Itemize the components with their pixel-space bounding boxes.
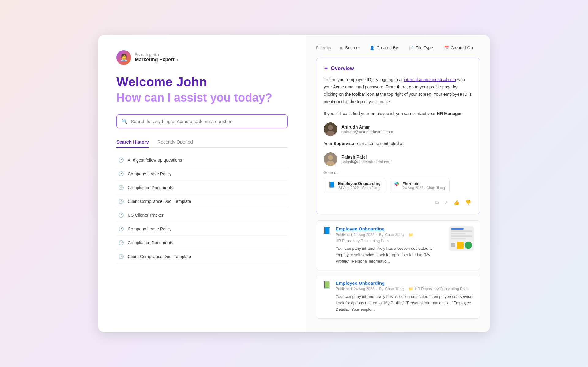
hr-manager-label: HR Manager — [437, 111, 462, 116]
result-title-2[interactable]: Employee Onboarding — [336, 280, 474, 286]
folder-icon-2: 📁 — [409, 287, 413, 291]
list-item[interactable]: 🕐 Company Leave Policy — [116, 167, 288, 181]
tab-search-history[interactable]: Search History — [116, 137, 149, 148]
source-slack-name: #hr-main — [403, 181, 445, 186]
history-icon: 🕐 — [118, 157, 124, 163]
thumbs-down-button[interactable]: 👎 — [464, 198, 473, 207]
history-icon: 🕐 — [118, 254, 124, 259]
result-card-1: 📘 Employee Onboarding Published 24 Aug 2… — [316, 220, 480, 270]
searching-with-label: Searching with — [135, 53, 178, 57]
filter-file-type-label: File Type — [416, 45, 433, 50]
history-item-text: AI digest follow up questions — [128, 158, 182, 163]
result-published-label-2: Published — [336, 287, 352, 291]
agent-avatar: 🧑‍💼 — [116, 50, 131, 65]
right-panel: Filter by ⊞ Source 👤 Created By 📄 File T… — [306, 35, 490, 332]
result-published-label: Published — [336, 233, 352, 237]
result-author-2: Chao Jiang — [385, 287, 404, 291]
filter-created-by-button[interactable]: 👤 Created By — [367, 44, 400, 51]
thumb-line — [451, 230, 472, 232]
hr-manager-text: If you still can't find your employee id… — [324, 110, 473, 118]
source-doc-name: Employee Onboarding — [338, 181, 381, 186]
list-item[interactable]: 🕐 AI digest follow up questions — [116, 154, 288, 167]
app-container: 🧑‍💼 Searching with Marketing Expert ▾ We… — [98, 35, 490, 332]
overview-link[interactable]: internal.acmeindustrial.com — [404, 77, 456, 82]
thumbs-up-button[interactable]: 👍 — [452, 198, 461, 207]
source-doc-item[interactable]: 📘 Employee Onboarding 24 Aug 2022 · Chao… — [324, 178, 385, 193]
source-slack-item[interactable]: #hr-main 24 Aug 2022 · Chao Jiang — [390, 178, 450, 193]
result-content-2: Employee Onboarding Published 24 Aug 202… — [336, 280, 474, 313]
contact-anirudh: Anirudh Amar anirudh@acmeindustrial.com — [324, 122, 473, 136]
created-by-icon: 👤 — [370, 46, 375, 50]
thumb-line — [451, 233, 466, 234]
search-input[interactable] — [131, 119, 282, 124]
history-item-text: Compliance Documents — [128, 185, 173, 190]
slack-icon — [394, 181, 400, 188]
result-doc-icon-2: 📗 — [322, 281, 331, 289]
sources-section: Sources 📘 Employee Onboarding 24 Aug 202… — [324, 170, 473, 193]
supervisor-text: Your Supervisor can also be contacted at — [324, 140, 473, 148]
agent-selector[interactable]: 🧑‍💼 Searching with Marketing Expert ▾ — [116, 50, 288, 65]
source-slack-meta: 24 Aug 2022 · Chao Jiang — [403, 186, 445, 190]
left-panel: 🧑‍💼 Searching with Marketing Expert ▾ We… — [98, 35, 306, 332]
card-actions: ⧉ ↗ 👍 👎 — [324, 198, 473, 207]
result-thumbnail-1 — [449, 226, 474, 251]
history-icon: 🕐 — [118, 171, 124, 177]
share-button[interactable]: ↗ — [443, 198, 449, 207]
thumb-line — [451, 238, 466, 239]
source-icon: ⊞ — [340, 46, 343, 50]
tab-recently-opened[interactable]: Recently Opened — [157, 137, 193, 148]
created-on-icon: 📅 — [444, 46, 449, 50]
contact-name-palash: Palash Patel — [341, 155, 392, 159]
result-meta-1: Published 24 Aug 2022 · By Chao Jiang · … — [336, 233, 444, 243]
overview-title: Overview — [331, 66, 354, 72]
filter-source-button[interactable]: ⊞ Source — [337, 44, 361, 51]
chevron-down-icon: ▾ — [176, 58, 178, 62]
result-date-2: 24 Aug 2022 — [354, 287, 374, 291]
file-type-icon: 📄 — [409, 46, 414, 50]
contact-palash: Palash Patel palash@acmeindustrial.com — [324, 152, 473, 166]
source-doc-info: Employee Onboarding 24 Aug 2022 · Chao J… — [338, 181, 381, 190]
list-item[interactable]: 🕐 Client Compliance Doc_Template — [116, 195, 288, 208]
history-item-text: Client Compliance Doc_Template — [128, 199, 191, 204]
thumb-line — [451, 235, 472, 237]
contact-email-palash: palash@acmeindustrial.com — [341, 159, 392, 164]
list-item[interactable]: 🕐 Company Leave Policy — [116, 223, 288, 236]
filter-created-by-label: Created By — [376, 45, 398, 50]
history-icon: 🕐 — [118, 240, 124, 245]
tabs-row: Search History Recently Opened — [116, 137, 288, 148]
result-by-label-2: By — [379, 287, 383, 291]
result-path-1: HR Repository/Onboarding Docs — [336, 239, 389, 243]
filter-created-on-label: Created On — [451, 45, 473, 50]
avatar — [324, 122, 337, 136]
history-item-text: US Clients Tracker — [128, 213, 164, 218]
copy-button[interactable]: ⧉ — [434, 198, 440, 207]
thumb-gray — [451, 243, 455, 247]
result-by-label: By — [379, 233, 383, 237]
source-doc-meta: 24 Aug 2022 · Chao Jiang — [338, 186, 381, 190]
search-bar[interactable]: 🔍 — [116, 114, 288, 128]
sparkle-icon: ✦ — [324, 65, 328, 72]
filter-by-label: Filter by — [316, 45, 331, 50]
result-excerpt-2: Your company intranet likely has a secti… — [336, 294, 474, 313]
list-item[interactable]: 🕐 US Clients Tracker — [116, 209, 288, 222]
agent-name-row[interactable]: Marketing Expert ▾ — [135, 57, 178, 62]
history-item-text: Compliance Documents — [128, 240, 173, 245]
thumb-yellow — [457, 242, 464, 249]
contact-info-palash: Palash Patel palash@acmeindustrial.com — [341, 155, 392, 164]
history-icon: 🕐 — [118, 199, 124, 204]
history-icon: 🕐 — [118, 212, 124, 218]
list-item[interactable]: 🕐 Client Compliance Doc_Template — [116, 250, 288, 263]
result-author-1: Chao Jiang — [385, 233, 404, 237]
filter-created-on-button[interactable]: 📅 Created On — [442, 44, 475, 51]
result-title-1[interactable]: Employee Onboarding — [336, 226, 444, 231]
folder-icon: 📁 — [409, 233, 413, 237]
overview-text-part1: To find your employee ID, try logging in… — [324, 77, 404, 82]
filter-file-type-button[interactable]: 📄 File Type — [406, 44, 435, 51]
doc-icon: 📘 — [328, 181, 335, 188]
history-icon: 🕐 — [118, 226, 124, 232]
sources-label: Sources — [324, 170, 473, 175]
list-item[interactable]: 🕐 Compliance Documents — [116, 236, 288, 249]
list-item[interactable]: 🕐 Compliance Documents — [116, 181, 288, 194]
avatar — [324, 152, 337, 166]
filter-source-label: Source — [345, 45, 359, 50]
